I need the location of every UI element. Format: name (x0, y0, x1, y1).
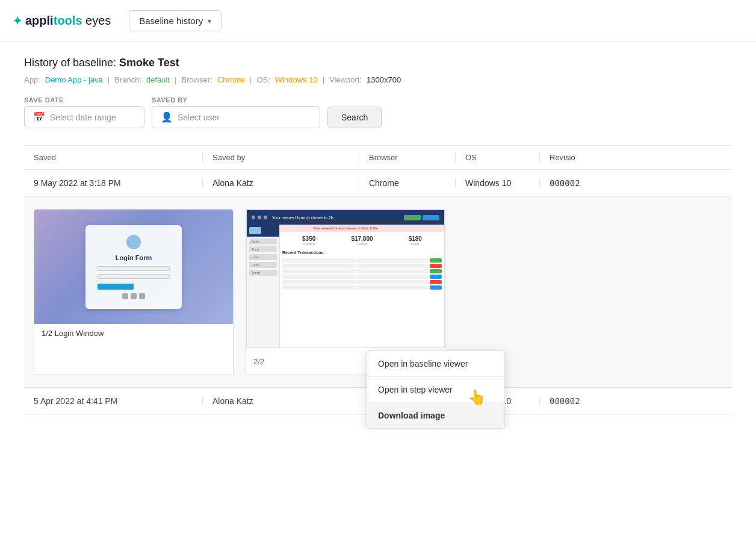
filters-row: SAVE DATE 📅 Select date range SAVED BY 👤… (24, 96, 732, 128)
page-title: History of baseline: Smoke Test (24, 57, 732, 69)
col-header-browser: Browser (359, 153, 455, 162)
card-number-2: 2/2 (253, 357, 264, 366)
col-header-revision: Revisio (539, 153, 722, 162)
chevron-down-icon: ▾ (208, 17, 211, 25)
logo-text: applitools eyes (25, 14, 111, 28)
user-icon: 👤 (161, 111, 173, 123)
context-menu: Open in baseline viewer Open in step vie… (367, 350, 505, 429)
save-date-input[interactable]: 📅 Select date range (24, 106, 144, 128)
context-menu-item-download[interactable]: Download image (367, 403, 504, 428)
topbar: ✦ applitools eyes Baseline history ▾ (0, 0, 756, 42)
image-card-2: Your nearest branch closes in 2h... Your… (246, 209, 445, 375)
image-card-1: Login Form 1/2 Login Window (34, 209, 234, 375)
logo-icon: ✦ (12, 13, 23, 29)
images-row: Login Form 1/2 Login Window (24, 197, 732, 388)
logo: ✦ applitools eyes (12, 13, 111, 29)
col-header-os: OS (455, 153, 539, 162)
breadcrumb: App: Demo App - java | Branch: default |… (24, 75, 732, 84)
thumbnail-login: Login Form (34, 210, 233, 324)
context-menu-item-baseline-viewer[interactable]: Open in baseline viewer (367, 351, 504, 377)
cell-saved-2: 5 Apr 2022 at 4:41 PM (34, 396, 202, 406)
card-label-1: 1/2 Login Window (42, 329, 104, 338)
cell-saved-1: 9 May 2022 at 3:18 PM (34, 178, 202, 188)
context-menu-item-step-viewer[interactable]: Open in step viewer (367, 377, 504, 403)
cell-revision-2: 000002 (539, 396, 722, 406)
card-footer-1: 1/2 Login Window (34, 324, 233, 343)
saved-by-input[interactable]: 👤 Select user (152, 106, 320, 128)
thumbnail-dashboard: Your nearest branch closes in 2h... Your… (246, 210, 445, 348)
cell-revision-1: 000002 (539, 178, 722, 188)
cell-browser-1: Chrome (359, 178, 455, 188)
form-avatar (126, 235, 141, 249)
col-header-savedby: Saved by (202, 153, 359, 162)
col-header-saved: Saved (34, 153, 202, 162)
cell-savedby-2: Alona Katz (202, 396, 359, 406)
nav-dropdown-baseline-history[interactable]: Baseline history ▾ (129, 10, 222, 31)
page-content: History of baseline: Smoke Test App: Dem… (0, 42, 756, 429)
calendar-icon: 📅 (33, 111, 45, 123)
login-form-preview: Login Form (85, 225, 182, 309)
table-header: Saved Saved by Browser OS Revisio (24, 145, 732, 170)
search-button[interactable]: Search (327, 107, 382, 128)
save-date-filter: SAVE DATE 📅 Select date range (24, 96, 144, 128)
saved-by-filter: SAVED BY 👤 Select user (152, 96, 320, 128)
cell-savedby-1: Alona Katz (202, 178, 359, 188)
table-row: 9 May 2022 at 3:18 PM Alona Katz Chrome … (24, 170, 732, 197)
cell-os-1: Windows 10 (455, 178, 539, 188)
